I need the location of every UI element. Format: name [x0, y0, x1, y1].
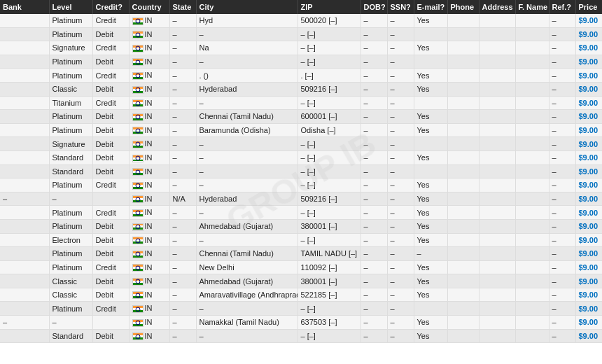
table-row[interactable]: SignatureDebitIN––– [–]–––$9.00	[0, 137, 602, 151]
cell-bank	[0, 55, 49, 69]
table-row[interactable]: PlatinumCreditIN––– [–]–––$9.00	[0, 302, 602, 316]
cell-level: Signature	[49, 137, 92, 151]
cell-email	[414, 302, 447, 316]
cell-phone	[447, 27, 479, 41]
cell-address	[479, 41, 515, 55]
cell-country: IN	[129, 316, 169, 330]
table-row[interactable]: PlatinumCreditIN–New Delhi110092 [–]––Ye…	[0, 260, 602, 274]
cell-email: Yes	[414, 233, 447, 247]
table-row[interactable]: ClassicDebitIN–Amaravativillage (Andhrap…	[0, 288, 602, 302]
table-row[interactable]: TitaniumCreditIN––– [–]–––$9.00	[0, 96, 602, 110]
cell-address	[479, 14, 515, 27]
cell-state: –	[169, 123, 196, 137]
cell-dob: –	[360, 164, 387, 178]
cell-zip: – [–]	[298, 27, 360, 41]
cell-country: IN	[129, 219, 169, 233]
cell-ref: –	[549, 123, 575, 137]
cell-level: Titanium	[49, 96, 92, 110]
cell-price: $9.00	[575, 27, 602, 41]
cell-level: Platinum	[49, 260, 92, 274]
cell-state: –	[169, 178, 196, 192]
cell-country: IN	[129, 82, 169, 96]
cell-city: Na	[196, 41, 298, 55]
table-row[interactable]: PlatinumDebitIN––– [–]–––$9.00	[0, 55, 602, 69]
cell-city: Chennai (Tamil Nadu)	[196, 247, 298, 261]
table-row[interactable]: SignatureCreditIN–Na– [–]––Yes–$9.00	[0, 41, 602, 55]
table-row[interactable]: PlatinumCreditIN–. (). [–]––Yes–$9.00	[0, 69, 602, 83]
cell-dob: –	[360, 69, 387, 83]
cell-city: –	[196, 178, 298, 192]
table-row[interactable]: PlatinumCreditIN––– [–]––Yes–$9.00	[0, 178, 602, 192]
cell-country: IN	[129, 247, 169, 261]
cell-zip: – [–]	[298, 137, 360, 151]
cell-ref: –	[549, 233, 575, 247]
table-row[interactable]: PlatinumCreditIN––– [–]––Yes–$9.00	[0, 206, 602, 220]
cell-ssn: –	[387, 288, 414, 302]
cell-ssn: –	[387, 137, 414, 151]
cell-email: Yes	[414, 82, 447, 96]
table-row[interactable]: PlatinumDebitIN–Chennai (Tamil Nadu)TAMI…	[0, 247, 602, 261]
cell-credit: Credit	[92, 41, 129, 55]
cell-dob: –	[360, 233, 387, 247]
cell-state: –	[169, 233, 196, 247]
cell-fname	[515, 82, 549, 96]
cell-zip: 509216 [–]	[298, 192, 360, 206]
cell-city: –	[196, 302, 298, 316]
cell-bank	[0, 247, 49, 261]
table-row[interactable]: ––INN/AHyderabad509216 [–]––Yes–$9.00	[0, 192, 602, 206]
cell-bank	[0, 206, 49, 220]
cell-dob: –	[360, 123, 387, 137]
cell-address	[479, 164, 515, 178]
table-row[interactable]: ClassicDebitIN–Ahmedabad (Gujarat)380001…	[0, 274, 602, 288]
cell-phone	[447, 206, 479, 220]
cell-ssn: –	[387, 219, 414, 233]
table-row[interactable]: StandardDebitIN––– [–]–––$9.00	[0, 164, 602, 178]
table-row[interactable]: PlatinumCreditIN–Hyd500020 [–]––Yes–$9.0…	[0, 14, 602, 27]
cell-level: Classic	[49, 82, 92, 96]
cell-phone	[447, 137, 479, 151]
table-row[interactable]: StandardDebitIN––– [–]––Yes–$9.00	[0, 329, 602, 343]
cell-phone	[447, 69, 479, 83]
table-row[interactable]: ElectronDebitIN––– [–]––Yes–$9.00	[0, 233, 602, 247]
cell-credit: Debit	[92, 164, 129, 178]
cell-bank	[0, 14, 49, 27]
table-row[interactable]: StandardDebitIN––– [–]––Yes–$9.00	[0, 150, 602, 164]
india-flag-icon	[132, 251, 144, 258]
cell-country: IN	[129, 274, 169, 288]
cell-phone	[447, 82, 479, 96]
cell-city: New Delhi	[196, 260, 298, 274]
cell-phone	[447, 110, 479, 124]
cell-ref: –	[549, 247, 575, 261]
table-row[interactable]: ––IN–Namakkal (Tamil Nadu)637503 [–]––Ye…	[0, 316, 602, 330]
main-table-container[interactable]: GROUP IB BankLevelCredit?CountryStateCit…	[0, 0, 602, 364]
cell-state: –	[169, 206, 196, 220]
table-row[interactable]: PlatinumDebitIN–Chennai (Tamil Nadu)6000…	[0, 110, 602, 124]
cell-phone	[447, 55, 479, 69]
india-flag-icon	[132, 113, 144, 121]
cell-fname	[515, 164, 549, 178]
cell-phone	[447, 247, 479, 261]
cell-fname	[515, 69, 549, 83]
cell-bank	[0, 329, 49, 343]
cell-email: Yes	[414, 69, 447, 83]
cell-city: Ahmedabad (Gujarat)	[196, 219, 298, 233]
cell-email	[414, 137, 447, 151]
india-flag-icon	[132, 237, 144, 244]
india-flag-icon	[132, 291, 144, 299]
cell-credit: Debit	[92, 219, 129, 233]
table-row[interactable]: PlatinumDebitIN–Ahmedabad (Gujarat)38000…	[0, 219, 602, 233]
cell-phone	[447, 219, 479, 233]
cell-zip: 522185 [–]	[298, 288, 360, 302]
cell-credit: Debit	[92, 288, 129, 302]
cell-bank	[0, 178, 49, 192]
table-row[interactable]: PlatinumDebitIN––– [–]–––$9.00	[0, 27, 602, 41]
india-flag-icon	[132, 223, 144, 231]
cell-fname	[515, 137, 549, 151]
table-row[interactable]: PlatinumDebitIN–Baramunda (Odisha)Odisha…	[0, 123, 602, 137]
cell-bank	[0, 137, 49, 151]
cell-email	[414, 164, 447, 178]
india-flag-icon	[132, 278, 144, 286]
table-row[interactable]: ClassicDebitIN–Hyderabad509216 [–]––Yes–…	[0, 82, 602, 96]
cell-state: –	[169, 137, 196, 151]
india-flag-icon	[132, 209, 144, 217]
